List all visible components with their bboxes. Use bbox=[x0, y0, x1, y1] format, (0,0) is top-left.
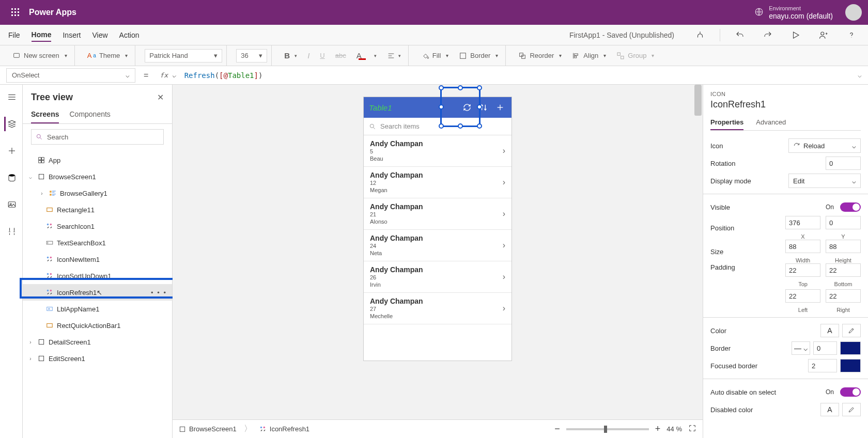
align-button[interactable]: Align bbox=[569, 49, 609, 63]
node-search-icon[interactable]: SearchIcon1 bbox=[23, 218, 172, 234]
more-icon[interactable]: • • • bbox=[151, 289, 167, 296]
underline-button[interactable]: U bbox=[317, 49, 328, 63]
pos-x-input[interactable]: 376 bbox=[785, 216, 820, 229]
user-avatar[interactable] bbox=[845, 4, 862, 21]
list-item[interactable]: Andy Champan21Alonso› bbox=[364, 198, 512, 230]
focused-border-color-swatch[interactable] bbox=[840, 359, 861, 372]
list-item[interactable]: Andy Champan12Megan› bbox=[364, 167, 512, 198]
tree-search-input[interactable]: Search bbox=[31, 129, 164, 145]
properties-panel: ICON IconRefresh1 Properties Advanced Ic… bbox=[703, 85, 868, 438]
node-rectangle[interactable]: Rectangle11 bbox=[23, 201, 172, 218]
tab-components[interactable]: Components bbox=[69, 106, 110, 123]
canvas-scrollbar[interactable] bbox=[694, 85, 702, 419]
rotation-input[interactable]: 0 bbox=[826, 157, 861, 170]
node-detail-screen[interactable]: › DetailScreen1 bbox=[23, 334, 172, 350]
tab-screens[interactable]: Screens bbox=[31, 106, 59, 123]
node-icon-new[interactable]: IconNewItem1 bbox=[23, 251, 172, 268]
canvas[interactable]: Table1 Search items Andy Champan5Beau›An… bbox=[173, 85, 703, 438]
fx-icon[interactable]: fx ⌵ bbox=[157, 71, 179, 79]
border-button[interactable]: Border bbox=[456, 49, 501, 63]
node-app[interactable]: App bbox=[23, 152, 172, 168]
property-selector[interactable]: OnSelect⌵ bbox=[6, 68, 135, 83]
share-icon[interactable] bbox=[815, 27, 832, 43]
disabled-color-edit-button[interactable] bbox=[842, 403, 861, 416]
node-browse-gallery[interactable]: › BrowseGallery1 bbox=[23, 185, 172, 201]
undo-icon[interactable] bbox=[732, 27, 748, 43]
node-edit-screen[interactable]: › EditScreen1 bbox=[23, 350, 172, 367]
pad-top-input[interactable]: 22 bbox=[785, 263, 820, 277]
pos-y-input[interactable]: 0 bbox=[826, 216, 861, 229]
icon-selector[interactable]: Reload⌵ bbox=[788, 138, 861, 153]
node-text-search[interactable]: TextSearchBox1 bbox=[23, 234, 172, 251]
font-selector[interactable]: Patrick Hand▾ bbox=[145, 49, 222, 62]
preview-search[interactable]: Search items bbox=[364, 118, 512, 135]
display-mode-selector[interactable]: Edit⌵ bbox=[788, 174, 861, 188]
fit-icon[interactable] bbox=[688, 424, 696, 434]
italic-button[interactable]: I bbox=[304, 49, 313, 63]
border-color-swatch[interactable] bbox=[840, 341, 861, 355]
group-button[interactable]: Group bbox=[613, 49, 657, 63]
phone-preview[interactable]: Table1 Search items Andy Champan5Beau›An… bbox=[364, 97, 512, 361]
hamburger-icon[interactable] bbox=[4, 90, 19, 104]
media-icon[interactable] bbox=[4, 197, 19, 212]
control-name[interactable]: IconRefresh1 bbox=[710, 99, 861, 110]
border-style-button[interactable]: — ⌵ bbox=[792, 341, 810, 355]
color-text-button[interactable]: A bbox=[820, 324, 839, 337]
preview-add-icon[interactable] bbox=[494, 101, 506, 114]
fill-button[interactable]: Fill bbox=[418, 49, 452, 63]
menu-insert[interactable]: Insert bbox=[63, 29, 81, 41]
node-icon-sort[interactable]: IconSortUpDown1 bbox=[23, 268, 172, 284]
tab-properties[interactable]: Properties bbox=[710, 115, 743, 130]
height-input[interactable]: 88 bbox=[826, 240, 861, 253]
font-color-button[interactable]: A▾ bbox=[353, 49, 380, 63]
reorder-button[interactable]: Reorder bbox=[515, 49, 565, 63]
pad-left-input[interactable]: 22 bbox=[785, 289, 820, 303]
breadcrumb-screen[interactable]: BrowseScreen1 bbox=[179, 425, 237, 433]
zoom-in-icon[interactable]: + bbox=[655, 424, 661, 434]
app-checker-icon[interactable] bbox=[692, 27, 708, 43]
app-launcher-icon[interactable] bbox=[6, 3, 25, 22]
autodisable-toggle[interactable] bbox=[840, 387, 861, 397]
formula-expand-icon[interactable]: ⌵ bbox=[858, 71, 862, 79]
tab-advanced[interactable]: Advanced bbox=[756, 115, 786, 130]
formula-input[interactable]: Refresh([@Table1]) bbox=[184, 71, 853, 80]
visible-toggle[interactable] bbox=[840, 202, 861, 212]
play-icon[interactable] bbox=[787, 27, 804, 43]
tools-icon[interactable] bbox=[4, 224, 19, 239]
text-align-button[interactable]: ▾ bbox=[384, 49, 404, 63]
environment-picker[interactable]: Environment enayu.com (default) bbox=[754, 5, 833, 20]
border-width-input[interactable]: 0 bbox=[813, 341, 837, 355]
list-item[interactable]: Andy Champan27Mechelle› bbox=[364, 293, 512, 324]
zoom-out-icon[interactable]: − bbox=[554, 424, 560, 434]
menu-action[interactable]: Action bbox=[119, 29, 140, 41]
node-rect-quick[interactable]: RectQuickActionBar1 bbox=[23, 317, 172, 334]
node-icon-refresh[interactable]: IconRefresh1 ↖ • • • bbox=[23, 284, 172, 301]
menu-view[interactable]: View bbox=[92, 29, 107, 41]
close-icon[interactable]: ✕ bbox=[157, 92, 164, 102]
help-icon[interactable] bbox=[843, 27, 860, 43]
color-edit-button[interactable] bbox=[842, 324, 861, 337]
menu-file[interactable]: File bbox=[8, 29, 20, 41]
width-input[interactable]: 88 bbox=[785, 240, 820, 253]
list-item[interactable]: Andy Champan5Beau› bbox=[364, 135, 512, 167]
insert-icon[interactable] bbox=[4, 144, 19, 158]
redo-icon[interactable] bbox=[760, 27, 776, 43]
breadcrumb-control[interactable]: IconRefresh1 bbox=[259, 425, 309, 433]
new-screen-button[interactable]: New screen bbox=[9, 49, 70, 63]
tree-view-icon[interactable] bbox=[4, 117, 19, 131]
node-lbl-app[interactable]: LblAppName1 bbox=[23, 301, 172, 317]
list-item[interactable]: Andy Champan24Neta› bbox=[364, 230, 512, 261]
pad-right-input[interactable]: 22 bbox=[826, 289, 861, 303]
theme-button[interactable]: Aa Theme bbox=[84, 49, 131, 63]
bold-button[interactable]: B▾ bbox=[281, 49, 300, 63]
focused-border-input[interactable]: 2 bbox=[808, 359, 837, 372]
pad-bottom-input[interactable]: 22 bbox=[826, 263, 861, 277]
strike-button[interactable]: abc bbox=[332, 49, 349, 63]
disabled-color-text-button[interactable]: A bbox=[820, 403, 839, 416]
list-item[interactable]: Andy Champan26Irvin› bbox=[364, 261, 512, 293]
data-icon[interactable] bbox=[4, 170, 19, 185]
font-size-selector[interactable]: 36▾ bbox=[236, 49, 267, 62]
menu-home[interactable]: Home bbox=[32, 28, 52, 42]
node-browse-screen[interactable]: ⌵ BrowseScreen1 bbox=[23, 168, 172, 185]
zoom-slider[interactable] bbox=[566, 428, 649, 430]
